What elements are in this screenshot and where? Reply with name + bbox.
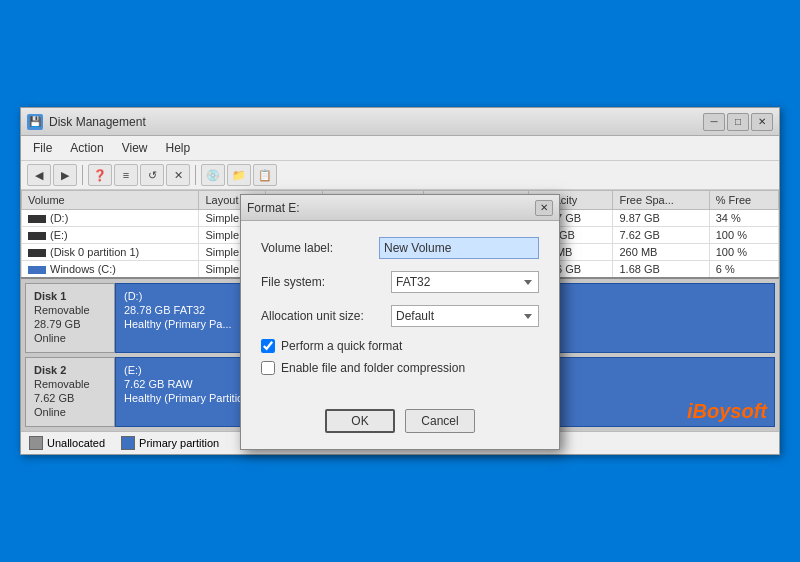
forward-button[interactable]: ▶ [53, 164, 77, 186]
dialog-close-button[interactable]: ✕ [535, 200, 553, 216]
compression-checkbox[interactable] [261, 361, 275, 375]
toolbar-btn-disk[interactable]: 💿 [201, 164, 225, 186]
maximize-button[interactable]: □ [727, 113, 749, 131]
quick-format-label: Perform a quick format [281, 339, 402, 353]
main-window: 💾 Disk Management ─ □ ✕ File Action View… [20, 107, 780, 455]
toolbar-btn-folder[interactable]: 📁 [227, 164, 251, 186]
toolbar-sep-2 [195, 165, 196, 185]
ok-button[interactable]: OK [325, 409, 395, 433]
toolbar-sep-1 [82, 165, 83, 185]
dialog-title: Format E: [247, 201, 300, 215]
file-system-select[interactable]: FAT32 NTFS exFAT [391, 271, 539, 293]
volume-label-text: Volume label: [261, 241, 379, 255]
title-bar-left: 💾 Disk Management [27, 114, 146, 130]
toolbar-btn-copy[interactable]: 📋 [253, 164, 277, 186]
app-icon: 💾 [27, 114, 43, 130]
dialog-body: Volume label: File system: FAT32 NTFS ex… [241, 221, 559, 399]
close-button[interactable]: ✕ [751, 113, 773, 131]
dialog-overlay: Format E: ✕ Volume label: File system: F… [21, 190, 779, 454]
allocation-select[interactable]: Default 512 1024 [391, 305, 539, 327]
toolbar-btn-list[interactable]: ≡ [114, 164, 138, 186]
toolbar-btn-refresh[interactable]: ↺ [140, 164, 164, 186]
menu-action[interactable]: Action [62, 138, 111, 158]
window-title: Disk Management [49, 115, 146, 129]
main-content: Volume Layout Type File System Status Ca… [21, 190, 779, 454]
menu-help[interactable]: Help [158, 138, 199, 158]
toolbar-btn-help[interactable]: ❓ [88, 164, 112, 186]
title-bar: 💾 Disk Management ─ □ ✕ [21, 108, 779, 136]
dialog-footer: OK Cancel [241, 399, 559, 449]
title-buttons: ─ □ ✕ [703, 113, 773, 131]
format-dialog: Format E: ✕ Volume label: File system: F… [240, 194, 560, 450]
volume-label-input[interactable] [379, 237, 539, 259]
allocation-label: Allocation unit size: [261, 309, 391, 323]
file-system-label: File system: [261, 275, 391, 289]
menu-view[interactable]: View [114, 138, 156, 158]
back-button[interactable]: ◀ [27, 164, 51, 186]
quick-format-row: Perform a quick format [261, 339, 539, 353]
volume-label-row: Volume label: [261, 237, 539, 259]
toolbar-btn-delete[interactable]: ✕ [166, 164, 190, 186]
compression-row: Enable file and folder compression [261, 361, 539, 375]
cancel-button[interactable]: Cancel [405, 409, 475, 433]
dialog-title-bar: Format E: ✕ [241, 195, 559, 221]
compression-label: Enable file and folder compression [281, 361, 465, 375]
toolbar: ◀ ▶ ❓ ≡ ↺ ✕ 💿 📁 📋 [21, 161, 779, 190]
allocation-row: Allocation unit size: Default 512 1024 [261, 305, 539, 327]
quick-format-checkbox[interactable] [261, 339, 275, 353]
minimize-button[interactable]: ─ [703, 113, 725, 131]
file-system-row: File system: FAT32 NTFS exFAT [261, 271, 539, 293]
menu-file[interactable]: File [25, 138, 60, 158]
menu-bar: File Action View Help [21, 136, 779, 161]
